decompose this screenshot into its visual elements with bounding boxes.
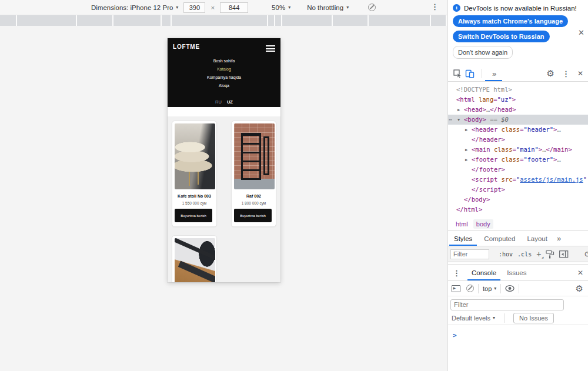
site-logo[interactable]: LOFTME bbox=[173, 44, 200, 50]
device-toolbar-toggle-icon[interactable] bbox=[465, 69, 475, 79]
emulated-device-viewport: LOFTME Bosh sahifaKatalogKompaniya haqid… bbox=[168, 38, 280, 282]
dom-tree-node[interactable]: </header> bbox=[448, 135, 588, 145]
devtools-close-icon[interactable]: ✕ bbox=[577, 69, 583, 78]
more-sidebar-tabs-icon[interactable]: » bbox=[553, 234, 564, 243]
dimensions-dropdown[interactable]: Dimensions: iPhone 12 Pro bbox=[91, 4, 173, 11]
product-title: Kofe stoli No 003 bbox=[175, 194, 214, 198]
tab-issues[interactable]: Issues bbox=[502, 265, 532, 280]
chevron-down-icon: ▾ bbox=[288, 5, 290, 10]
console-filter-input[interactable] bbox=[450, 299, 564, 310]
media-query-segment[interactable] bbox=[77, 15, 112, 26]
viewport-width-input[interactable] bbox=[183, 2, 205, 13]
infobar-close-icon[interactable]: ✕ bbox=[578, 28, 584, 37]
media-query-segment[interactable] bbox=[0, 15, 16, 26]
expand-arrow-icon[interactable]: ▶ bbox=[457, 105, 460, 115]
settings-gear-icon[interactable]: ⚙ bbox=[546, 68, 554, 79]
console-close-icon[interactable]: ✕ bbox=[577, 269, 583, 277]
styles-filter-input[interactable] bbox=[450, 249, 489, 259]
block-network-icon[interactable] bbox=[368, 4, 376, 11]
console-toolbar: top ▾ ⚙ bbox=[448, 281, 588, 296]
computed-sidebar-toggle-icon[interactable] bbox=[559, 250, 569, 258]
match-language-button[interactable]: Always match Chrome's language bbox=[453, 15, 568, 27]
toggle-class-button[interactable]: .cls bbox=[517, 251, 532, 258]
toggle-pseudo-state-button[interactable]: :hov bbox=[499, 251, 513, 258]
dom-tree-node[interactable]: </script> bbox=[448, 185, 588, 195]
dom-tree-node[interactable]: ▶<footer class="footer">… bbox=[448, 155, 588, 165]
media-query-segment[interactable] bbox=[369, 15, 430, 26]
dom-tree-node[interactable]: ⋯▼<body> == $0 bbox=[448, 115, 588, 125]
tab-layout[interactable]: Layout bbox=[521, 231, 553, 246]
product-price: 1 550 000 сум bbox=[175, 201, 214, 205]
site-nav-link[interactable]: Aloqa bbox=[219, 82, 229, 90]
dom-tree-node[interactable]: <script src="assets/js/main.js" bbox=[448, 175, 588, 185]
dom-token: class bbox=[490, 146, 513, 153]
tab-console[interactable]: Console bbox=[466, 265, 502, 280]
breadcrumb-item-html[interactable]: html bbox=[453, 219, 471, 229]
dom-tree-node[interactable]: <!DOCTYPE html> bbox=[448, 85, 588, 95]
dom-token: … bbox=[557, 156, 560, 163]
clipped-toolbar-icon[interactable]: ⟳ bbox=[584, 250, 588, 259]
media-query-segment[interactable] bbox=[172, 15, 267, 26]
elements-dom-tree: <!DOCTYPE html><html lang="uz">▶<head>…<… bbox=[448, 82, 588, 218]
dont-show-again-button[interactable]: Don't show again bbox=[453, 46, 513, 59]
log-levels-dropdown[interactable]: Default levels ▾ bbox=[452, 315, 495, 322]
console-tab-bar: ⋮ Console Issues ✕ bbox=[448, 265, 588, 281]
console-prompt-chevron[interactable]: > bbox=[453, 332, 457, 339]
node-menu-ellipsis-icon[interactable]: ⋯ bbox=[449, 115, 452, 125]
tab-styles[interactable]: Styles bbox=[448, 231, 478, 246]
switch-to-russian-button[interactable]: Switch DevTools to Russian bbox=[453, 31, 550, 42]
live-expression-eye-icon[interactable] bbox=[505, 285, 514, 292]
inspect-element-icon[interactable] bbox=[453, 69, 463, 79]
dom-token: <footer bbox=[472, 156, 497, 163]
media-query-segment[interactable] bbox=[268, 15, 274, 26]
no-issues-badge[interactable]: No Issues bbox=[513, 313, 554, 323]
lang-uz-link[interactable]: UZ bbox=[227, 99, 233, 105]
hamburger-menu-icon[interactable] bbox=[266, 45, 275, 54]
more-tabs-icon[interactable]: » bbox=[489, 69, 500, 78]
site-nav-link[interactable]: Katalog bbox=[217, 65, 231, 73]
tab-computed[interactable]: Computed bbox=[478, 231, 521, 246]
viewport-height-input[interactable] bbox=[220, 2, 248, 13]
site-nav-link[interactable]: Kompaniya haqida bbox=[207, 73, 241, 82]
dom-tree-node[interactable]: </html> bbox=[448, 205, 588, 215]
dom-tree-node[interactable]: <html lang="uz"> bbox=[448, 95, 588, 105]
breadcrumb-item-body[interactable]: body bbox=[473, 219, 493, 229]
devtools-more-icon[interactable]: ⋮ bbox=[562, 69, 570, 78]
devtools-window: Dimensions: iPhone 12 Pro ▾ × 50% ▾ No t… bbox=[0, 0, 588, 371]
media-query-segment[interactable] bbox=[275, 15, 281, 26]
expand-arrow-icon[interactable]: ▶ bbox=[465, 145, 467, 155]
dom-tree-node[interactable]: </body> bbox=[448, 195, 588, 205]
dom-token: "header" bbox=[524, 126, 554, 133]
device-toolbar-more-icon[interactable]: ⋮ bbox=[431, 2, 439, 11]
media-query-bar bbox=[0, 15, 447, 26]
console-levels-row: Default levels ▾ No Issues bbox=[448, 312, 588, 325]
resource-link[interactable]: assets/js/main.js bbox=[520, 176, 583, 183]
dom-token: … bbox=[557, 126, 560, 133]
media-query-segment[interactable] bbox=[333, 15, 368, 26]
console-sidebar-icon[interactable] bbox=[452, 285, 460, 292]
zoom-dropdown[interactable]: 50% ▾ bbox=[272, 4, 290, 11]
media-query-segment[interactable] bbox=[162, 15, 171, 26]
dom-tree-node[interactable]: ▶<head>…</head> bbox=[448, 105, 588, 115]
rendering-emulation-icon[interactable] bbox=[546, 250, 554, 259]
site-nav-link[interactable]: Bosh sahifa bbox=[213, 57, 235, 65]
dom-tree-node[interactable]: ▶<header class="header">… bbox=[448, 125, 588, 135]
dom-tree-node[interactable]: ▶<main class="main">…</main> bbox=[448, 145, 588, 155]
console-settings-gear-icon[interactable]: ⚙ bbox=[576, 283, 583, 294]
media-query-segment[interactable] bbox=[282, 15, 332, 26]
new-style-rule-icon[interactable]: + bbox=[536, 249, 541, 259]
expand-arrow-icon[interactable]: ▶ bbox=[465, 155, 467, 165]
expand-arrow-icon[interactable]: ▶ bbox=[465, 125, 467, 135]
media-query-segment[interactable] bbox=[113, 15, 161, 26]
order-button[interactable]: Buyurtma berish bbox=[234, 209, 272, 222]
throttling-dropdown[interactable]: No throttling ▾ bbox=[307, 4, 349, 11]
media-query-segment[interactable] bbox=[431, 15, 446, 26]
collapse-arrow-icon[interactable]: ▼ bbox=[457, 115, 460, 125]
lang-ru-link[interactable]: RU bbox=[215, 99, 222, 105]
clear-console-icon[interactable] bbox=[466, 285, 474, 292]
dom-tree-node[interactable]: </footer> bbox=[448, 165, 588, 175]
console-more-icon[interactable]: ⋮ bbox=[453, 269, 460, 278]
media-query-segment[interactable] bbox=[17, 15, 76, 26]
order-button[interactable]: Buyurtma berish bbox=[175, 209, 212, 222]
javascript-context-dropdown[interactable]: top ▾ bbox=[483, 285, 496, 292]
